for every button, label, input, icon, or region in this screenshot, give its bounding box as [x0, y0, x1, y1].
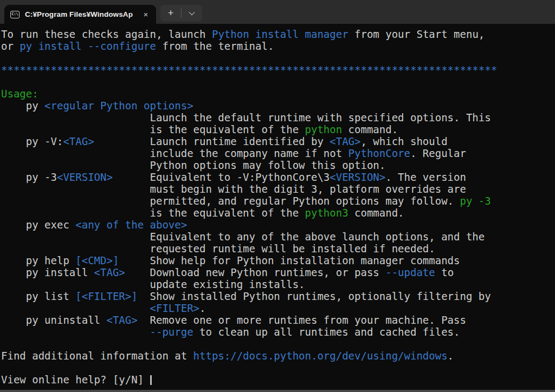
terminal-line: is the equivalent of the python3 command…: [1, 207, 555, 219]
terminal-line: py install <TAG> Download new Python run…: [1, 266, 555, 278]
terminal-text-segment: [<FILTER>]: [75, 290, 137, 302]
terminal-text-segment: Remove one or more runtimes from your ma…: [138, 314, 466, 326]
terminal-line: ****************************************…: [1, 64, 555, 76]
terminal-line: <FILTER>.: [1, 302, 555, 314]
terminal-text-segment: is the equivalent of the: [1, 207, 305, 219]
terminal-line: View online help? [y/N]: [1, 374, 555, 386]
terminal-text-segment: .: [199, 302, 205, 314]
terminal-text-segment: Python options may follow this option.: [1, 159, 385, 171]
new-tab-button[interactable]: +: [163, 6, 179, 20]
terminal-tab[interactable]: C:\ C:¥Program Files¥WindowsAp ×: [4, 5, 156, 24]
terminal-line: --purge to clean up all runtimes and cac…: [1, 326, 555, 338]
terminal-text-segment: . The version: [385, 171, 466, 183]
terminal-line: [1, 362, 555, 374]
terminal-text-segment: python: [305, 123, 343, 135]
terminal-line: Launch the default runtime with specifie…: [1, 112, 555, 123]
tab-title: C:¥Program Files¥WindowsAp: [25, 10, 140, 18]
terminal-line: update existing installs.: [1, 278, 555, 290]
terminal-text-segment: python3: [305, 207, 349, 219]
terminal-line: Python options may follow this option.: [1, 159, 555, 171]
terminal-text-segment: Find additional information at: [1, 350, 193, 362]
terminal-line: py uninstall <TAG> Remove one or more ru…: [1, 314, 555, 326]
terminal-text-segment: <TAG>: [330, 135, 360, 147]
terminal-line: Usage:: [1, 88, 555, 100]
terminal-text-segment: from your Start menu,: [349, 28, 485, 40]
terminal-line: py -3<VERSION> Equivalent to -V:PythonCo…: [1, 171, 555, 183]
terminal-line: include the company name if not PythonCo…: [1, 147, 555, 159]
terminal-line: [1, 338, 555, 350]
terminal-text-segment: [1, 326, 150, 338]
terminal-text-segment: --purge: [150, 326, 193, 338]
chevron-down-icon: [189, 9, 195, 15]
terminal-text-segment: <VERSION>: [330, 171, 385, 183]
command-prompt-icon: C:\: [10, 11, 20, 18]
terminal-text-segment: permitted, and regular Python options ma…: [1, 195, 460, 207]
terminal-line: py exec <any of the above>: [1, 219, 555, 231]
terminal-text-segment: <FILTER>: [150, 302, 200, 314]
titlebar: C:\ C:¥Program Files¥WindowsAp × +: [0, 0, 555, 24]
terminal-text-segment: py exec: [1, 219, 75, 231]
terminal-text-segment: [1, 302, 150, 314]
plus-icon: +: [168, 8, 174, 19]
terminal-output[interactable]: To run these checks again, launch Python…: [0, 24, 555, 390]
terminal-text-segment: py install --configure: [20, 40, 156, 52]
terminal-line: or py install --configure from the termi…: [1, 40, 555, 52]
terminal-text-segment: py help: [1, 254, 75, 266]
terminal-text-segment: requested runtime will be installed if n…: [1, 243, 435, 254]
terminal-line: [1, 76, 555, 88]
terminal-text-segment: Usage:: [1, 88, 38, 100]
text-cursor: [150, 375, 152, 385]
terminal-text-segment: from the terminal.: [156, 40, 274, 52]
terminal-text-segment: Download new Python runtimes, or pass: [125, 266, 385, 278]
terminal-text-segment: Equivalent to -V:PythonCore\3: [113, 171, 330, 183]
terminal-text-segment: . Regular: [410, 147, 466, 159]
terminal-text-segment: --update: [385, 266, 435, 278]
terminal-text-segment: Equivalent to any of the above launch op…: [1, 231, 485, 243]
terminal-text-segment: <TAG>: [63, 135, 94, 147]
terminal-text-segment: <VERSION>: [57, 171, 113, 183]
terminal-text-segment: command.: [349, 207, 404, 219]
terminal-text-segment: Launch runtime identified by: [94, 135, 330, 147]
terminal-text-segment: <TAG>: [106, 314, 137, 326]
terminal-text-segment: must begin with the digit 3, platform ov…: [1, 183, 466, 195]
terminal-text-segment: py -3: [460, 195, 491, 207]
terminal-line: is the equivalent of the python command.: [1, 123, 555, 135]
terminal-line: [1, 52, 555, 64]
terminal-text-segment: Show installed Python runtimes, optional…: [138, 290, 491, 302]
terminal-text-segment: , which should: [360, 135, 447, 147]
terminal-text-segment: <regular Python options>: [44, 100, 193, 112]
terminal-text-segment: py -V:: [1, 135, 63, 147]
terminal-text-segment: .: [448, 350, 454, 362]
terminal-text-segment: Python install manager: [212, 28, 349, 40]
terminal-line: Equivalent to any of the above launch op…: [1, 231, 555, 243]
terminal-text-segment: include the company name if not: [1, 147, 349, 159]
terminal-text-segment: <any of the above>: [75, 219, 187, 231]
terminal-text-segment: update existing installs.: [1, 278, 305, 290]
terminal-text-segment: to clean up all runtimes and cached file…: [193, 326, 460, 338]
terminal-line: py help [<CMD>] Show help for Python ins…: [1, 254, 555, 266]
terminal-line: permitted, and regular Python options ma…: [1, 195, 555, 207]
terminal-line: To run these checks again, launch Python…: [1, 28, 555, 40]
terminal-text-segment: or: [1, 40, 20, 52]
terminal-line: requested runtime will be installed if n…: [1, 243, 555, 254]
terminal-text-segment: Launch the default runtime with specifie…: [1, 112, 491, 123]
tab-close-button[interactable]: ×: [140, 9, 152, 21]
terminal-text-segment: py: [1, 100, 44, 112]
terminal-text-segment: is the equivalent of the: [1, 123, 305, 135]
close-icon: ×: [144, 10, 149, 18]
terminal-text-segment: https://docs.python.org/dev/using/window…: [193, 350, 448, 362]
terminal-text-segment: View online help? [y/N]: [1, 374, 150, 386]
window-bottom-border: [0, 390, 555, 392]
terminal-text-segment: py uninstall: [1, 314, 106, 326]
terminal-line: Find additional information at https://d…: [1, 350, 555, 362]
terminal-text-segment: to: [435, 266, 454, 278]
terminal-line: py -V:<TAG> Launch runtime identified by…: [1, 135, 555, 147]
terminal-line: py <regular Python options>: [1, 100, 555, 112]
terminal-text-segment: py install: [1, 266, 94, 278]
terminal-text-segment: py list: [1, 290, 75, 302]
terminal-text-segment: [<CMD>]: [75, 254, 119, 266]
tab-actions: +: [160, 5, 202, 21]
tab-dropdown-button[interactable]: [184, 6, 200, 20]
terminal-line: must begin with the digit 3, platform ov…: [1, 183, 555, 195]
tab-actions-divider: [181, 9, 182, 17]
